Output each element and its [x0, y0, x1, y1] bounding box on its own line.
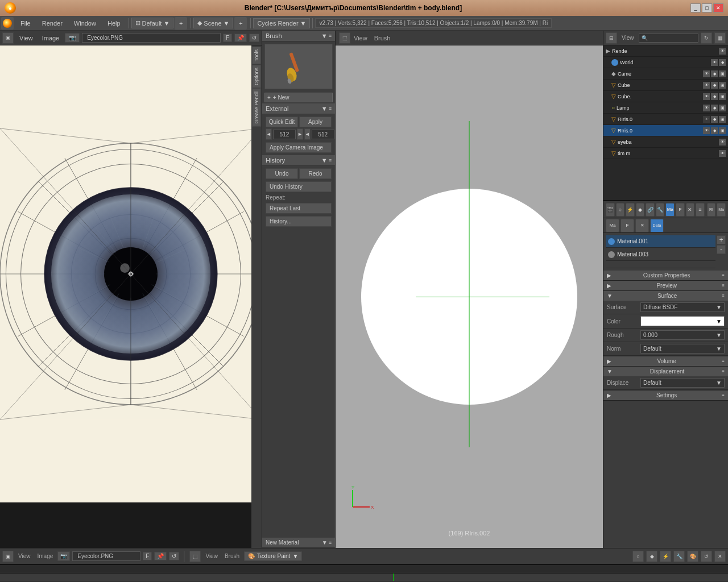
history-button[interactable]: History...	[266, 216, 332, 227]
prop-tab-modifiers[interactable]: 🔧	[656, 203, 665, 217]
cube2-eye[interactable]: 👁	[703, 93, 710, 100]
world-eye[interactable]: 👁	[711, 59, 718, 66]
height-field[interactable]	[312, 130, 334, 139]
vp-view-menu[interactable]: View	[203, 548, 220, 564]
f-button[interactable]: F	[223, 34, 232, 42]
img-f-button[interactable]: F	[143, 552, 152, 560]
material-item-2[interactable]: Material.003	[606, 248, 715, 261]
cam-eye[interactable]: 👁	[703, 70, 710, 77]
preview-header[interactable]: ▶ Preview ≡	[603, 281, 728, 290]
add-material-button[interactable]: +	[717, 235, 726, 244]
prop-tab2-x[interactable]: ✕	[635, 219, 649, 232]
options-tab[interactable]: Options	[252, 65, 261, 88]
riris1-render[interactable]: ◆	[711, 116, 718, 123]
search-button[interactable]: ↻	[701, 32, 712, 44]
outliner-item-lamp[interactable]: ○ Lamp 👁 ◆ ▣	[603, 102, 728, 114]
refresh-button[interactable]: ↺	[249, 34, 259, 42]
search-box[interactable]: 🔍	[639, 34, 699, 43]
external-section-header[interactable]: External ▼ ≡	[262, 103, 335, 114]
prop-tab-scene[interactable]: ○	[616, 203, 625, 217]
img-view-menu[interactable]: View	[16, 548, 33, 564]
outliner-icon[interactable]: ⊟	[606, 32, 617, 44]
lamp-eye[interactable]: 👁	[703, 105, 710, 111]
timeline-track[interactable]	[0, 573, 728, 581]
cube-eye[interactable]: 👁	[703, 82, 710, 89]
prop-tab2-data[interactable]: Data	[650, 219, 664, 232]
height-decrease[interactable]: ◄	[304, 128, 311, 140]
cam-render[interactable]: ◆	[711, 70, 718, 77]
vis-eye[interactable]: 👁	[719, 48, 726, 55]
riris2-data[interactable]: ▣	[719, 127, 726, 134]
quick-edit-button[interactable]: Quick Edit	[266, 117, 298, 127]
lamp-data[interactable]: ▣	[719, 105, 726, 111]
prop-tab-constraints[interactable]: 🔗	[646, 203, 655, 217]
grease-pencil-tab[interactable]: Grease Pencil	[252, 89, 261, 127]
remove-material-button[interactable]: -	[717, 245, 726, 254]
color-picker[interactable]: ▼	[640, 316, 725, 326]
undo-history-button[interactable]: Undo History	[266, 181, 332, 192]
maximize-button[interactable]: □	[702, 3, 712, 13]
prop-tab2-f[interactable]: F	[621, 219, 634, 232]
viewport-ctrl-2[interactable]: ◆	[646, 551, 657, 562]
viewport-ctrl-1[interactable]: ○	[632, 551, 644, 562]
img-pin-button[interactable]: 📌	[154, 552, 167, 560]
surface-type-dropdown[interactable]: Diffuse BSDF ▼	[640, 302, 725, 312]
undo-button[interactable]: Undo	[266, 168, 298, 179]
riris2-eye[interactable]: 👁	[703, 127, 710, 134]
riris1-data[interactable]: ▣	[719, 116, 726, 123]
outliner-item-eyeba[interactable]: ▽ eyeba 👁	[603, 136, 728, 148]
prop-tab-physics[interactable]: ≡	[696, 203, 705, 217]
lamp-render[interactable]: ◆	[711, 105, 718, 111]
roughness-field[interactable]: 0.000 ▼	[640, 330, 725, 340]
close-button[interactable]: ✕	[713, 3, 723, 13]
viewport-ctrl-6[interactable]: ↺	[701, 551, 712, 562]
prop-tab-render[interactable]: 🎬	[606, 203, 615, 217]
img-image-menu[interactable]: Image	[35, 548, 56, 564]
apply-camera-button[interactable]: Apply Camera Image	[266, 142, 332, 153]
world-render[interactable]: ◆	[719, 59, 726, 66]
settings-header[interactable]: ▶ Settings ≡	[603, 390, 728, 400]
cam-data[interactable]: ▣	[719, 70, 726, 77]
outliner-item-timm[interactable]: ▽ tim m 👁	[603, 148, 728, 159]
filter-icon[interactable]: ▦	[714, 32, 726, 44]
custom-properties-header[interactable]: ▶ Custom Properties ≡	[603, 271, 728, 280]
view-menu-outliner[interactable]: View	[619, 31, 636, 45]
material-item-empty[interactable]	[606, 261, 715, 268]
outliner-item-cube2[interactable]: ▽ Cube. 👁 ◆ ▣	[603, 91, 728, 102]
texture-paint-dropdown[interactable]: 🎨 Texture Paint ▼	[244, 551, 302, 561]
surface-header[interactable]: ▼ Surface ≡	[603, 291, 728, 301]
width-decrease[interactable]: ◄	[266, 128, 272, 140]
help-menu[interactable]: Help	[102, 16, 126, 30]
mode-selector[interactable]: ⊞ Default ▼	[131, 18, 174, 28]
blender-icon[interactable]	[1, 17, 14, 30]
volume-header[interactable]: ▶ Volume ≡	[603, 356, 728, 366]
outliner-item-riris1[interactable]: ▽ RIris.0 👁 ◆ ▣	[603, 114, 728, 125]
brush-menu-3d[interactable]: Brush	[371, 31, 394, 45]
workspace-icon[interactable]: +	[175, 17, 187, 30]
img-mode-icon[interactable]: ▣	[2, 551, 14, 562]
riris2-render[interactable]: ◆	[711, 127, 718, 134]
viewport-mode-icon[interactable]: ⬚	[189, 551, 201, 562]
scene-selector[interactable]: ◆ Scene ▼	[193, 18, 233, 28]
viewport-canvas[interactable]: X Y (169) RIris.002	[336, 45, 603, 548]
outliner-item-riris2[interactable]: ▽ RIris.0 👁 ◆ ▣	[603, 125, 728, 136]
outliner-item-camera[interactable]: ◆ Came 👁 ◆ ▣	[603, 68, 728, 80]
pin-button[interactable]: 📌	[234, 34, 247, 42]
prop-tab-ri[interactable]: RI	[707, 203, 716, 217]
eyeba-eye[interactable]: 👁	[719, 139, 726, 146]
viewport-ctrl-7[interactable]: ✕	[714, 551, 726, 562]
image-icon[interactable]: 📷	[65, 33, 80, 43]
viewport-ctrl-3[interactable]: ⚡	[660, 551, 671, 562]
cube2-data[interactable]: ▣	[719, 93, 726, 100]
view-menu-3d[interactable]: View	[350, 31, 371, 45]
minimize-button[interactable]: _	[690, 3, 701, 13]
prop-tab-particles[interactable]: ✕	[686, 203, 695, 217]
timm-eye[interactable]: 👁	[719, 150, 726, 157]
brush-section-header[interactable]: Brush ▼ ≡	[262, 31, 335, 41]
viewport-ctrl-4[interactable]: 🔧	[673, 551, 685, 562]
brush-preview[interactable]	[264, 44, 333, 89]
repeat-last-button[interactable]: Repeat Last	[266, 203, 332, 214]
apply-button[interactable]: Apply	[299, 117, 332, 127]
new-material-header[interactable]: New Material ▼ ≡	[262, 538, 335, 548]
image-editor-icon[interactable]: ▣	[2, 32, 14, 44]
